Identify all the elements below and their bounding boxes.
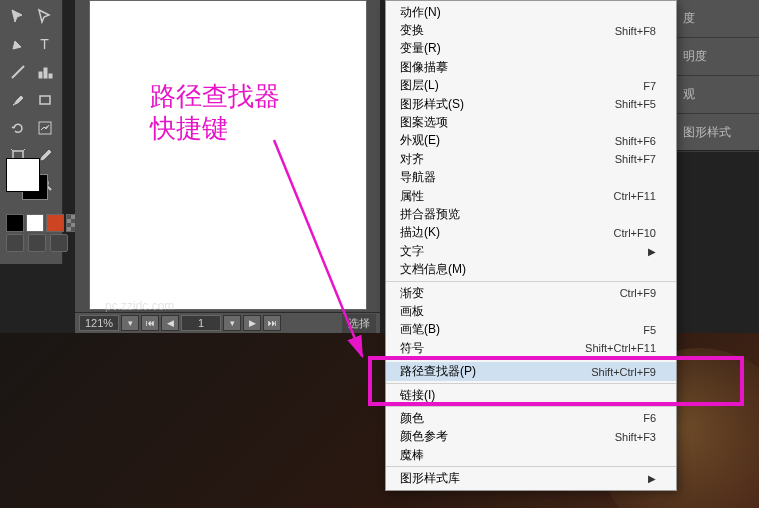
menu-item-label: 颜色 <box>400 410 643 427</box>
menu-item-label: 路径查找器(P) <box>400 363 591 380</box>
menu-item-label: 图案选项 <box>400 114 656 131</box>
menu-item-shortcut: Shift+F8 <box>615 25 656 37</box>
menu-item[interactable]: 导航器 <box>386 169 676 187</box>
menu-item-label: 画板 <box>400 303 656 320</box>
last-page-button[interactable]: ⏭ <box>263 315 281 331</box>
menu-item[interactable]: 文档信息(M) <box>386 260 676 278</box>
selection-tool[interactable] <box>6 4 30 28</box>
menu-item[interactable]: 图形样式(S)Shift+F5 <box>386 95 676 113</box>
menu-item-label: 符号 <box>400 340 585 357</box>
zoom-down-icon[interactable]: ▾ <box>121 315 139 331</box>
direct-select-tool[interactable] <box>33 4 57 28</box>
page-down-icon[interactable]: ▾ <box>223 315 241 331</box>
submenu-arrow-icon: ▶ <box>648 473 656 484</box>
menu-item[interactable]: 图像描摹 <box>386 58 676 76</box>
menu-item-shortcut: Ctrl+F10 <box>614 227 657 239</box>
panel-tab[interactable]: 明度 <box>675 38 759 76</box>
color-swatch[interactable] <box>6 158 52 202</box>
menu-item[interactable]: 文字▶ <box>386 242 676 260</box>
menu-item-shortcut: Ctrl+F9 <box>620 287 656 299</box>
menu-item[interactable]: 图案选项 <box>386 113 676 131</box>
menu-item-label: 链接(I) <box>400 387 656 404</box>
svg-rect-2 <box>49 74 52 78</box>
menu-item-label: 图层(L) <box>400 77 643 94</box>
menu-item-shortcut: Shift+Ctrl+F11 <box>585 342 656 354</box>
svg-rect-3 <box>40 96 50 104</box>
line-tool[interactable] <box>6 60 30 84</box>
menu-item-shortcut: Shift+F6 <box>615 135 656 147</box>
screen-mode-icons[interactable] <box>6 234 68 252</box>
rect-tool[interactable] <box>33 88 57 112</box>
menu-item-label: 拼合器预览 <box>400 206 656 223</box>
menu-item-shortcut: F6 <box>643 412 656 424</box>
next-page-button[interactable]: ▶ <box>243 315 261 331</box>
svg-rect-0 <box>39 72 42 78</box>
menu-item-label: 变换 <box>400 22 615 39</box>
menu-item[interactable]: 图层(L)F7 <box>386 77 676 95</box>
window-menu: 动作(N)变换Shift+F8变量(R)图像描摹图层(L)F7图形样式(S)Sh… <box>385 0 677 491</box>
menu-item-shortcut: Shift+F7 <box>615 153 656 165</box>
panel-tab[interactable]: 图形样式 <box>675 114 759 152</box>
artboard[interactable] <box>89 0 367 310</box>
menu-item[interactable]: 动作(N) <box>386 3 676 21</box>
menu-item[interactable]: 变换Shift+F8 <box>386 21 676 39</box>
menu-item-label: 外观(E) <box>400 132 615 149</box>
menu-item-label: 图形样式(S) <box>400 96 615 113</box>
menu-item[interactable]: 渐变Ctrl+F9 <box>386 284 676 302</box>
page-field[interactable]: 1 <box>181 315 221 331</box>
menu-item-shortcut: Ctrl+F11 <box>614 190 657 202</box>
menu-item[interactable]: 颜色F6 <box>386 409 676 427</box>
menu-item-label: 图像描摹 <box>400 59 656 76</box>
menu-item[interactable]: 拼合器预览 <box>386 205 676 223</box>
panel-tab[interactable]: 度 <box>675 0 759 38</box>
graph-tool[interactable] <box>33 60 57 84</box>
chart-tool[interactable] <box>33 116 57 140</box>
menu-item[interactable]: 路径查找器(P)Shift+Ctrl+F9 <box>386 362 676 380</box>
zoom-field[interactable]: 121% <box>79 315 119 331</box>
menu-item[interactable]: 属性Ctrl+F11 <box>386 187 676 205</box>
menu-item[interactable]: 画板 <box>386 302 676 320</box>
menu-item[interactable]: 画笔(B)F5 <box>386 321 676 339</box>
menu-item[interactable]: 外观(E)Shift+F6 <box>386 132 676 150</box>
menu-item[interactable]: 链接(I) <box>386 386 676 404</box>
toolbox: T <box>0 0 63 264</box>
menu-item-label: 描边(K) <box>400 224 614 241</box>
right-panels: 度 明度 观 图形样式 <box>675 0 759 150</box>
pen-tool[interactable] <box>6 32 30 56</box>
menu-item[interactable]: 魔棒 <box>386 446 676 464</box>
menu-item-label: 动作(N) <box>400 4 656 21</box>
selection-status: 选择 <box>342 314 376 333</box>
menu-item-label: 对齐 <box>400 151 615 168</box>
status-bar: 121% ▾ ⏮ ◀ 1 ▾ ▶ ⏭ 选择 <box>75 312 380 333</box>
type-tool[interactable]: T <box>33 32 57 56</box>
menu-item-shortcut: F5 <box>643 324 656 336</box>
menu-item-shortcut: Shift+Ctrl+F9 <box>591 366 656 378</box>
menu-item-shortcut: F7 <box>643 80 656 92</box>
watermark: pc.zzidc.com <box>105 299 174 313</box>
submenu-arrow-icon: ▶ <box>648 246 656 257</box>
menu-item[interactable]: 图形样式库▶ <box>386 469 676 487</box>
menu-item[interactable]: 变量(R) <box>386 40 676 58</box>
menu-item-label: 变量(R) <box>400 40 656 57</box>
canvas-area: pc.zzidc.com 121% ▾ ⏮ ◀ 1 ▾ ▶ ⏭ 选择 <box>75 0 380 333</box>
menu-item-label: 魔棒 <box>400 447 656 464</box>
prev-page-button[interactable]: ◀ <box>161 315 179 331</box>
first-page-button[interactable]: ⏮ <box>141 315 159 331</box>
panel-tab[interactable]: 观 <box>675 76 759 114</box>
menu-item-label: 导航器 <box>400 169 656 186</box>
color-mode-icons[interactable] <box>6 214 84 232</box>
rotate-tool[interactable] <box>6 116 30 140</box>
annotation-text: 路径查找器快捷键 <box>150 80 280 144</box>
brush-tool[interactable] <box>6 88 30 112</box>
menu-item[interactable]: 符号Shift+Ctrl+F11 <box>386 339 676 357</box>
menu-item-label: 画笔(B) <box>400 321 643 338</box>
menu-item-shortcut: Shift+F3 <box>615 431 656 443</box>
menu-item-label: 属性 <box>400 188 614 205</box>
menu-item-label: 文档信息(M) <box>400 261 656 278</box>
menu-item-label: 颜色参考 <box>400 428 615 445</box>
menu-item[interactable]: 描边(K)Ctrl+F10 <box>386 224 676 242</box>
menu-item-label: 渐变 <box>400 285 620 302</box>
menu-item[interactable]: 对齐Shift+F7 <box>386 150 676 168</box>
menu-item[interactable]: 颜色参考Shift+F3 <box>386 428 676 446</box>
svg-rect-1 <box>44 68 47 78</box>
